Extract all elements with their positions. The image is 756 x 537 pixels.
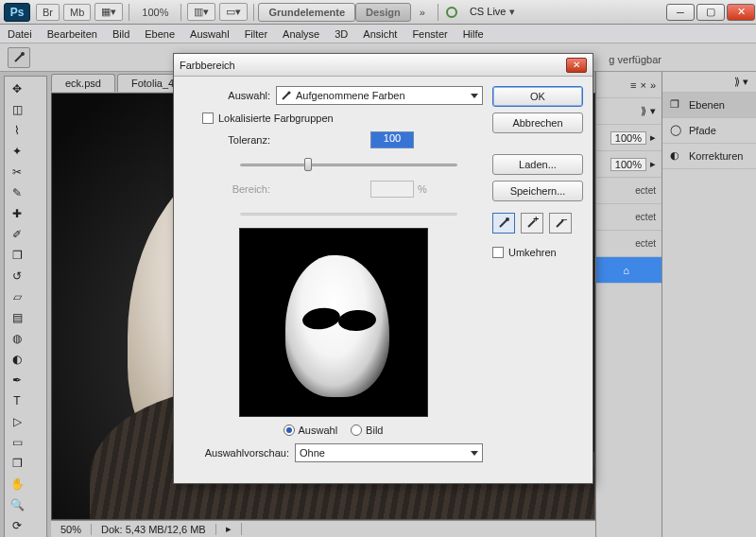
vorschau-combo[interactable]: Ohne bbox=[295, 443, 483, 462]
eyedropper-icon bbox=[281, 90, 292, 101]
localized-label: Lokalisierte Farbgruppen bbox=[218, 113, 334, 124]
svg-text:–: – bbox=[561, 217, 567, 224]
vorschau-value: Ohne bbox=[300, 447, 325, 459]
bereich-unit: % bbox=[418, 183, 427, 195]
vorschau-label: Auswahlvorschau: bbox=[183, 447, 289, 459]
auswahl-value: Aufgenommene Farben bbox=[296, 90, 405, 101]
farbbereich-dialog: Farbbereich ✕ Auswahl: Aufgenommene Farb… bbox=[173, 53, 593, 484]
load-button[interactable]: Laden... bbox=[492, 154, 583, 175]
bereich-input bbox=[370, 181, 414, 198]
eyedropper-add[interactable]: + bbox=[521, 213, 543, 234]
auswahl-combo[interactable]: Aufgenommene Farben bbox=[276, 86, 483, 105]
svg-point-5 bbox=[506, 217, 509, 221]
localized-checkbox[interactable] bbox=[202, 113, 214, 124]
save-button[interactable]: Speichern... bbox=[492, 181, 583, 201]
eyedropper-subtract[interactable]: – bbox=[549, 213, 572, 234]
bereich-label: Bereich: bbox=[183, 183, 270, 195]
radio-auswahl[interactable]: Auswahl bbox=[284, 424, 338, 436]
svg-point-3 bbox=[287, 91, 290, 94]
selection-preview[interactable] bbox=[239, 228, 428, 417]
chevron-down-icon bbox=[471, 451, 478, 456]
modal-overlay: Farbbereich ✕ Auswahl: Aufgenommene Farb… bbox=[0, 0, 756, 537]
ok-button[interactable]: OK bbox=[492, 86, 583, 107]
svg-text:+: + bbox=[533, 217, 539, 224]
dialog-titlebar[interactable]: Farbbereich ✕ bbox=[174, 54, 593, 77]
cancel-button[interactable]: Abbrechen bbox=[492, 113, 583, 133]
toleranz-label: Toleranz: bbox=[183, 134, 270, 146]
toleranz-slider[interactable] bbox=[240, 156, 457, 173]
eyedropper-sample[interactable] bbox=[492, 213, 515, 234]
dialog-title: Farbbereich bbox=[180, 60, 235, 71]
auswahl-label: Auswahl: bbox=[183, 90, 270, 101]
toleranz-input[interactable]: 100 bbox=[370, 131, 414, 148]
invert-checkbox[interactable] bbox=[492, 247, 504, 258]
bereich-slider bbox=[240, 205, 457, 222]
invert-label: Umkehren bbox=[508, 247, 557, 258]
radio-bild[interactable]: Bild bbox=[351, 424, 383, 436]
chevron-down-icon bbox=[471, 94, 478, 98]
dialog-close[interactable]: ✕ bbox=[566, 58, 587, 73]
